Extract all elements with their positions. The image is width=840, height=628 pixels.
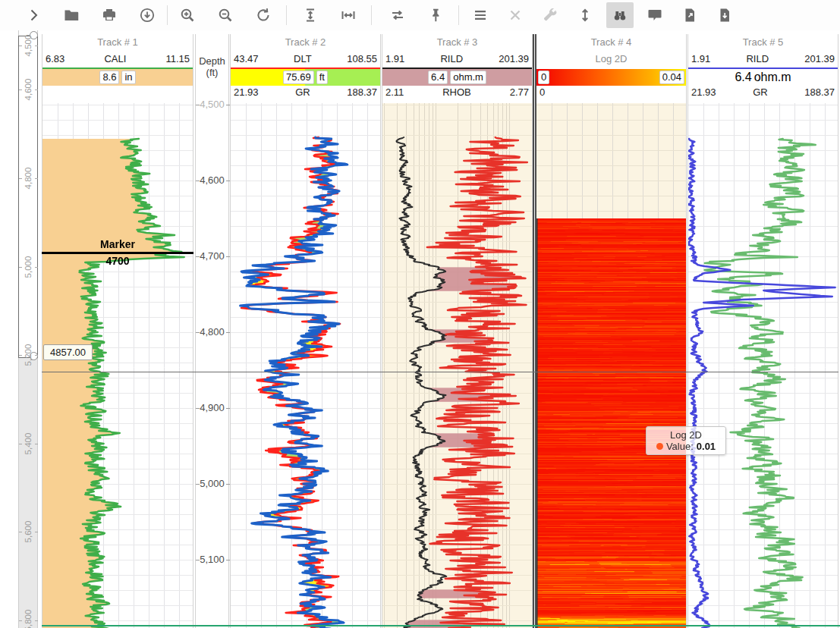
- track-3-header[interactable]: Track # 3 1.91 RILD 201.39 6.4 ohm.m 2.1…: [382, 34, 532, 99]
- depth-tick-label: 4,800: [196, 326, 228, 338]
- binoculars-icon: [612, 7, 628, 24]
- tooltip-title: Log 2D: [650, 429, 722, 441]
- overview-tick: [35, 620, 38, 621]
- overview-tick: [19, 532, 22, 532]
- zoom-out-button[interactable]: [212, 2, 239, 28]
- depth-tick-label: 4,700: [196, 250, 228, 262]
- toolbar-separator: [371, 5, 372, 25]
- curve-name: RILD: [710, 51, 804, 68]
- reset-view-button[interactable]: [250, 2, 277, 28]
- track-1-header[interactable]: Track # 1 6.83 CALI 11.15 8.6 in: [42, 34, 193, 99]
- fit-height-button[interactable]: [297, 2, 324, 28]
- save-file-button[interactable]: [711, 2, 738, 28]
- open-button[interactable]: [58, 2, 85, 28]
- overview-visible-window[interactable]: [18, 36, 38, 358]
- overview-tick: [19, 178, 22, 179]
- toolbar-group-fit: [297, 2, 362, 28]
- zoom-in-icon: [179, 7, 196, 24]
- track-1: Track # 1 6.83 CALI 11.15 8.6 in: [42, 34, 193, 628]
- log2d-axis-row: 0: [536, 86, 686, 99]
- tools-button[interactable]: [536, 2, 564, 28]
- bottom-boundary-line: [42, 625, 840, 626]
- curve-min: 43.47: [234, 51, 259, 68]
- curve-unit: ohm.m: [754, 71, 791, 84]
- curve-value-row: 6.4 ohm.m: [688, 69, 838, 86]
- curve-header-dlt[interactable]: 43.47 DLT 108.55: [231, 51, 380, 68]
- marker-depth-label: 4700: [42, 255, 193, 267]
- curve-unit-chip: ft: [316, 71, 328, 84]
- well-marker-line[interactable]: [42, 252, 193, 254]
- curve-max: 188.37: [804, 86, 835, 99]
- fit-width-button[interactable]: [335, 2, 362, 28]
- curve-header-gr[interactable]: 21.93 GR 188.37: [231, 86, 380, 99]
- inspect-button[interactable]: [606, 2, 634, 28]
- track-title: Track # 5: [688, 34, 838, 51]
- overview-tick: [35, 89, 38, 90]
- depth-axis-title: Depth (ft): [196, 55, 228, 78]
- curve-name: RHOB: [404, 86, 509, 99]
- crosshair-line: [42, 372, 838, 372]
- expand-panel-button[interactable]: [20, 2, 47, 28]
- tooltip-value: 0.01: [697, 441, 716, 452]
- track-3-plot[interactable]: [382, 103, 532, 628]
- toolbar: [0, 0, 840, 31]
- depth-tick: [196, 560, 200, 560]
- export-file-button[interactable]: [676, 2, 703, 28]
- curve-name: RILD: [404, 51, 499, 68]
- log2d-label-row[interactable]: Log 2D: [536, 51, 686, 68]
- series-dot-icon: [656, 443, 663, 450]
- pin-button[interactable]: [422, 2, 449, 28]
- overview-out-of-view-region: [19, 356, 37, 628]
- track-5-header[interactable]: Track # 5 1.91 RILD 201.39 6.4 ohm.m 21.…: [688, 34, 838, 99]
- overview-tick: [35, 46, 38, 46]
- resize-vertical-button[interactable]: [571, 2, 599, 28]
- swap-orientation-button[interactable]: [384, 2, 411, 28]
- value-tooltip: Log 2D Value: 0.01: [646, 426, 726, 455]
- track-5-plot[interactable]: [688, 103, 838, 628]
- curve-value-chip: 6.4: [428, 71, 448, 84]
- track-4-header[interactable]: Track # 4 Log 2D 0 0.04 0: [536, 34, 686, 99]
- curve-header-rhob[interactable]: 2.11 RHOB 2.77: [382, 86, 532, 99]
- toolbar-separator: [286, 5, 287, 25]
- toolbar-group-zoom: [174, 2, 277, 28]
- depth-tick-label: 4,900: [196, 402, 228, 413]
- close-button[interactable]: [502, 2, 529, 28]
- depth-title-line1: Depth: [196, 55, 228, 67]
- curve-header-cali[interactable]: 6.83 CALI 11.15: [42, 51, 193, 68]
- depth-overview-track[interactable]: 4,5004,6004,8005,0005,2005,4005,6005,800: [18, 30, 38, 628]
- pin-icon: [427, 7, 444, 24]
- track-1-plot[interactable]: [42, 103, 193, 628]
- curve-header-rild[interactable]: 1.91 RILD 201.39: [688, 51, 838, 68]
- track-2: Track # 2 43.47 DLT 108.55 75.69 ft 21.9…: [230, 34, 381, 628]
- track-2-header[interactable]: Track # 2 43.47 DLT 108.55 75.69 ft 21.9…: [231, 34, 380, 99]
- curve-header-gr[interactable]: 21.93 GR 188.37: [688, 86, 838, 99]
- track-title: Track # 4: [536, 34, 686, 51]
- zoom-out-icon: [217, 7, 234, 24]
- curve-min: 1.91: [691, 51, 710, 68]
- toolbar-separator: [458, 5, 459, 25]
- track-2-plot[interactable]: [231, 103, 380, 628]
- print-button[interactable]: [96, 2, 123, 28]
- overview-bottom-handle[interactable]: [30, 352, 38, 360]
- curve-max: 2.77: [510, 86, 529, 99]
- toolbar-group-tools: [467, 2, 738, 28]
- refresh-icon: [255, 7, 272, 24]
- overview-tick: [19, 444, 22, 444]
- track-title: Track # 1: [42, 34, 193, 51]
- overview-top-handle[interactable]: [30, 31, 38, 39]
- depth-tick-label: 5,000: [196, 478, 228, 489]
- track-4-heatmap[interactable]: [536, 103, 686, 628]
- close-icon: [507, 7, 524, 24]
- comment-button[interactable]: [641, 2, 669, 28]
- curve-header-rild[interactable]: 1.91 RILD 201.39: [382, 51, 532, 68]
- well-log-viewer: 4,5004,6004,8005,0005,2005,4005,6005,800…: [0, 0, 840, 628]
- zoom-in-button[interactable]: [174, 2, 201, 28]
- depth-tick-label: 5,100: [196, 554, 228, 565]
- menu-button[interactable]: [467, 2, 494, 28]
- curve-min: 21.93: [691, 86, 716, 99]
- download-button[interactable]: [134, 2, 161, 28]
- axis-min: 0: [540, 86, 545, 99]
- chevron-right-icon: [25, 7, 42, 24]
- printer-icon: [101, 7, 118, 24]
- wrench-icon: [542, 7, 558, 24]
